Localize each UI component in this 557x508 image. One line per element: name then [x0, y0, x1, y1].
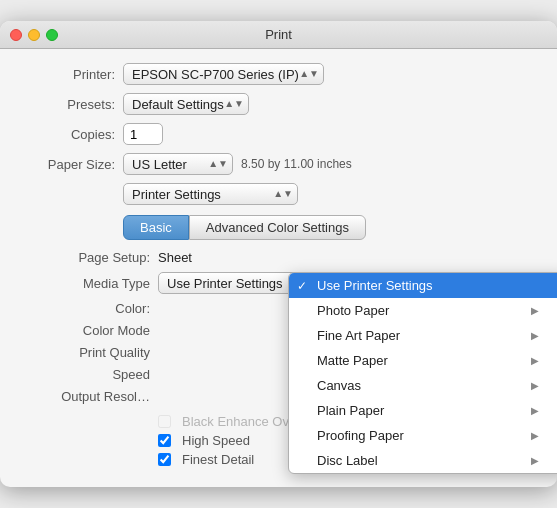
dropdown-item-disc-label[interactable]: Disc Label ▶: [289, 448, 557, 473]
page-setup-value: Sheet: [158, 250, 192, 265]
color-mode-label: Color Mode: [20, 323, 150, 338]
high-speed-checkbox[interactable]: [158, 434, 171, 447]
presets-row: Presets: Default Settings ▲▼: [20, 93, 537, 115]
dropdown-item-label: Proofing Paper: [317, 428, 404, 443]
chevron-right-icon: ▶: [531, 305, 539, 316]
tab-advanced[interactable]: Advanced Color Settings: [189, 215, 366, 240]
section-select-wrapper: Printer Settings ▲▼: [123, 183, 298, 205]
dropdown-item-canvas[interactable]: Canvas ▶: [289, 373, 557, 398]
dropdown-item-label: Fine Art Paper: [317, 328, 400, 343]
high-speed-label: High Speed: [182, 433, 250, 448]
finest-detail-checkbox[interactable]: [158, 453, 171, 466]
media-type-row: Media Type Use Printer Settings ▲▼ ⚠ ✓ U…: [20, 272, 537, 294]
close-button[interactable]: [10, 29, 22, 41]
chevron-right-icon: ▶: [531, 380, 539, 391]
copies-label: Copies:: [20, 127, 115, 142]
chevron-right-icon: ▶: [531, 405, 539, 416]
media-type-container: Use Printer Settings ▲▼ ⚠ ✓ Use Printer …: [158, 272, 537, 294]
media-type-label: Media Type: [20, 276, 150, 291]
dropdown-item-plain-paper[interactable]: Plain Paper ▶: [289, 398, 557, 423]
copies-row: Copies:: [20, 123, 537, 145]
chevron-right-icon: ▶: [531, 330, 539, 341]
dropdown-item-fine-art-paper[interactable]: Fine Art Paper ▶: [289, 323, 557, 348]
black-enhance-checkbox[interactable]: [158, 415, 171, 428]
paper-size-label: Paper Size:: [20, 157, 115, 172]
dropdown-item-label: Photo Paper: [317, 303, 389, 318]
dropdown-item-label: Canvas: [317, 378, 361, 393]
printer-label: Printer:: [20, 67, 115, 82]
checkmark-icon: ✓: [297, 279, 307, 293]
tabs-row: Basic Advanced Color Settings: [20, 215, 537, 240]
dropdown-item-use-printer-settings[interactable]: ✓ Use Printer Settings: [289, 273, 557, 298]
speed-label: Speed: [20, 367, 150, 382]
settings-grid: Page Setup: Sheet Media Type Use Printer…: [20, 250, 537, 404]
page-setup-label: Page Setup:: [20, 250, 150, 265]
paper-size-select[interactable]: US Letter: [123, 153, 233, 175]
section-select-row: Printer Settings ▲▼: [20, 183, 537, 205]
section-select[interactable]: Printer Settings: [123, 183, 298, 205]
paper-size-select-wrapper: US Letter ▲▼: [123, 153, 233, 175]
color-label: Color:: [20, 301, 150, 316]
finest-detail-label: Finest Detail: [182, 452, 254, 467]
dropdown-item-label: Use Printer Settings: [317, 278, 433, 293]
dialog-content: Printer: EPSON SC-P700 Series (IP) ▲▼ Pr…: [0, 49, 557, 487]
dropdown-item-label: Disc Label: [317, 453, 378, 468]
paper-size-controls: US Letter ▲▼ 8.50 by 11.00 inches: [123, 153, 352, 175]
dropdown-item-matte-paper[interactable]: Matte Paper ▶: [289, 348, 557, 373]
chevron-right-icon: ▶: [531, 355, 539, 366]
dropdown-item-label: Plain Paper: [317, 403, 384, 418]
media-type-dropdown: ✓ Use Printer Settings Photo Paper ▶ Fin…: [288, 272, 557, 474]
printer-select[interactable]: EPSON SC-P700 Series (IP): [123, 63, 324, 85]
dropdown-item-label: Matte Paper: [317, 353, 388, 368]
chevron-right-icon: ▶: [531, 455, 539, 466]
dropdown-item-proofing-paper[interactable]: Proofing Paper ▶: [289, 423, 557, 448]
presets-select-wrapper: Default Settings ▲▼: [123, 93, 249, 115]
page-setup-row: Page Setup: Sheet: [20, 250, 537, 265]
paper-size-info: 8.50 by 11.00 inches: [241, 157, 352, 171]
titlebar: Print: [0, 21, 557, 49]
presets-label: Presets:: [20, 97, 115, 112]
tab-basic[interactable]: Basic: [123, 215, 189, 240]
maximize-button[interactable]: [46, 29, 58, 41]
printer-select-wrapper: EPSON SC-P700 Series (IP) ▲▼: [123, 63, 324, 85]
printer-row: Printer: EPSON SC-P700 Series (IP) ▲▼: [20, 63, 537, 85]
minimize-button[interactable]: [28, 29, 40, 41]
traffic-lights: [10, 29, 58, 41]
print-quality-label: Print Quality: [20, 345, 150, 360]
output-resolution-label: Output Resol…: [20, 389, 150, 404]
presets-select[interactable]: Default Settings: [123, 93, 249, 115]
window-title: Print: [265, 27, 292, 42]
print-dialog: Print Printer: EPSON SC-P700 Series (IP)…: [0, 21, 557, 487]
paper-size-row: Paper Size: US Letter ▲▼ 8.50 by 11.00 i…: [20, 153, 537, 175]
copies-input[interactable]: [123, 123, 163, 145]
dropdown-item-photo-paper[interactable]: Photo Paper ▶: [289, 298, 557, 323]
chevron-right-icon: ▶: [531, 430, 539, 441]
